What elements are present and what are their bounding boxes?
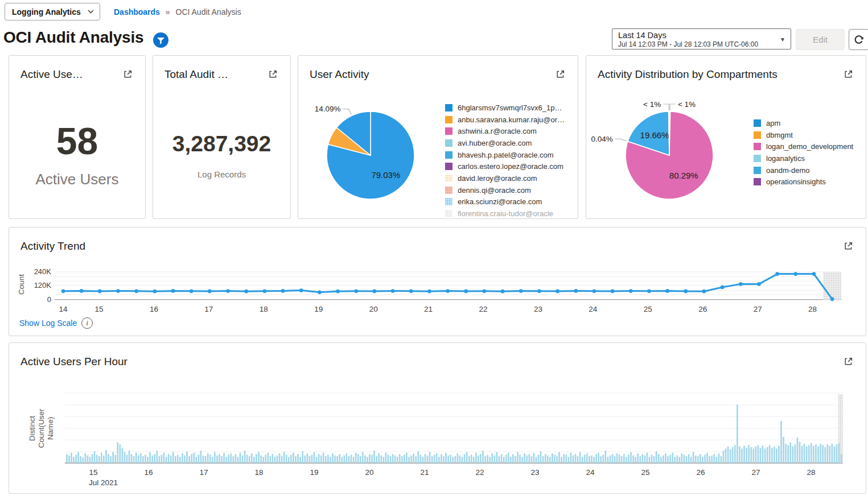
legend-swatch [445,198,452,205]
legend-item[interactable]: anbu.saravana.kumar.raju@or… [445,114,575,126]
legend-label: dennis.qi@oracle.com [458,186,531,195]
svg-text:25: 25 [644,305,652,313]
card-title: Total Audit … [164,68,228,81]
legend-label: loganalytics [766,154,805,163]
legend-label: ashwini.a.r@oracle.com [458,127,537,135]
breadcrumb-separator: » [166,7,170,16]
svg-text:18: 18 [260,305,268,313]
time-range-label: Last 14 Days [618,31,775,40]
show-log-scale-label: Show Log Scale [19,319,77,328]
svg-text:21: 21 [424,305,433,313]
legend-swatch [754,167,761,174]
legend-swatch [445,139,452,147]
svg-text:15: 15 [89,468,97,477]
card-compartments: Activity Distribution by Compartments < … [586,55,866,219]
active-users-caption: Active Users [9,171,145,188]
legend-swatch [754,143,761,150]
caret-down-icon: ▼ [780,36,785,43]
legend-label: oandm-demo [766,166,810,175]
activity-trend-line-chart[interactable]: 0120K240K141516171819202122232425262728 [9,228,866,336]
legend-swatch [754,131,761,139]
refresh-button[interactable] [849,29,868,50]
svg-text:17: 17 [204,305,213,313]
legend-label: logan_demo_development [766,142,853,151]
time-range-select[interactable]: Last 14 Days Jul 14 12:03 PM - Jul 28 12… [612,28,791,49]
legend-item[interactable]: ashwini.a.r@oracle.com [445,125,575,137]
legend-label: 6hglarsmsv7swmqrl7svx6_1p… [458,104,562,112]
legend-swatch [445,163,452,170]
svg-text:0.04%: 0.04% [591,135,612,143]
card-title: Active Use… [20,68,83,81]
legend-item[interactable]: david.leroy@oracle.com [445,172,575,184]
breadcrumb-dashboards-link[interactable]: Dashboards [114,7,160,16]
svg-text:17: 17 [199,468,208,477]
product-switcher-label: Logging Analytics [12,7,81,16]
legend-item[interactable]: apm [754,117,862,129]
legend-swatch [445,104,452,111]
legend-item[interactable]: bhavesh.p.patel@oracle.com [445,149,575,161]
svg-text:79.03%: 79.03% [371,170,400,180]
card-active-users: Active Use… 58 Active Users [9,55,146,219]
info-icon[interactable]: i [81,317,93,329]
svg-text:14.09%: 14.09% [315,105,341,113]
svg-text:240K: 240K [34,267,52,276]
legend-swatch [754,155,761,162]
show-log-scale-link[interactable]: Show Log Scale i [19,317,93,329]
svg-text:19: 19 [310,468,318,477]
legend-item[interactable]: carlos.estero.lopez@oracle.com [445,160,575,172]
legend-item[interactable]: logan_demo_development [754,140,862,152]
svg-text:27: 27 [751,468,760,477]
open-in-new-window-icon[interactable] [123,69,133,79]
card-active-users-per-hour: Active Users Per Hour Distinct Count(Use… [9,342,866,494]
legend-label: carlos.estero.lopez@oracle.com [458,162,563,171]
legend-label: florentina.craiu-tudor@oracle [458,209,553,218]
legend-swatch [445,187,452,194]
legend-item[interactable]: loganalytics [754,152,862,164]
card-user-activity: User Activity 79.03%14.09% 6hglarsmsv7sw… [298,55,578,219]
svg-text:22: 22 [475,468,484,477]
user-activity-legend: 6hglarsmsv7swmqrl7svx6_1p…anbu.saravana.… [445,102,575,219]
svg-text:20: 20 [365,468,373,477]
legend-swatch [445,127,452,135]
svg-text:23: 23 [530,468,539,477]
legend-item[interactable]: avi.huber@oracle.com [445,137,575,149]
svg-text:80.29%: 80.29% [669,171,698,180]
legend-label: anbu.saravana.kumar.raju@or… [458,115,565,124]
legend-item[interactable]: 6hglarsmsv7swmqrl7svx6_1p… [445,102,575,114]
legend-item[interactable]: dbmgmt [754,129,862,141]
active-users-value: 58 [9,119,145,163]
svg-text:16: 16 [144,468,153,477]
svg-text:23: 23 [534,305,542,313]
edit-button[interactable]: Edit [796,29,845,50]
card-total-audit: Total Audit … 3,287,392 Log Records [153,55,291,219]
legend-label: operationsinsights [766,177,826,186]
legend-item[interactable]: dennis.qi@oracle.com [445,184,575,196]
svg-text:26: 26 [698,305,707,313]
compartments-legend: apmdbmgmtlogan_demo_developmentloganalyt… [754,117,862,188]
svg-text:28: 28 [807,468,815,477]
legend-swatch [754,178,761,185]
svg-text:22: 22 [479,305,487,313]
filter-icon[interactable] [153,32,168,48]
legend-label: bhavesh.p.patel@oracle.com [458,151,554,159]
product-switcher-select[interactable]: Logging Analytics [5,3,100,20]
page-title: OCI Audit Analysis [3,28,143,47]
svg-text:26: 26 [696,468,705,477]
svg-text:< 1%: < 1% [643,100,661,109]
svg-text:19.66%: 19.66% [640,130,669,140]
svg-text:15: 15 [94,305,103,313]
legend-item[interactable]: erika.sciunzi@oracle.com [445,196,575,208]
legend-item[interactable]: operationsinsights [754,176,862,188]
legend-label: apm [766,119,780,127]
legend-item[interactable]: oandm-demo [754,164,862,176]
open-in-new-window-icon[interactable] [268,69,278,79]
legend-label: david.leroy@oracle.com [458,174,537,183]
active-users-per-hour-bar-chart[interactable]: 1516171819202122232425262728Jul 2021 [9,343,866,494]
log-records-value: 3,287,392 [153,131,290,156]
svg-text:Jul 2021: Jul 2021 [89,478,118,487]
log-records-caption: Log Records [153,170,290,179]
svg-text:20: 20 [369,305,378,313]
breadcrumb: Dashboards » OCI Audit Analysis [114,7,241,16]
svg-text:24: 24 [589,305,598,313]
legend-item[interactable]: florentina.craiu-tudor@oracle [445,208,575,219]
